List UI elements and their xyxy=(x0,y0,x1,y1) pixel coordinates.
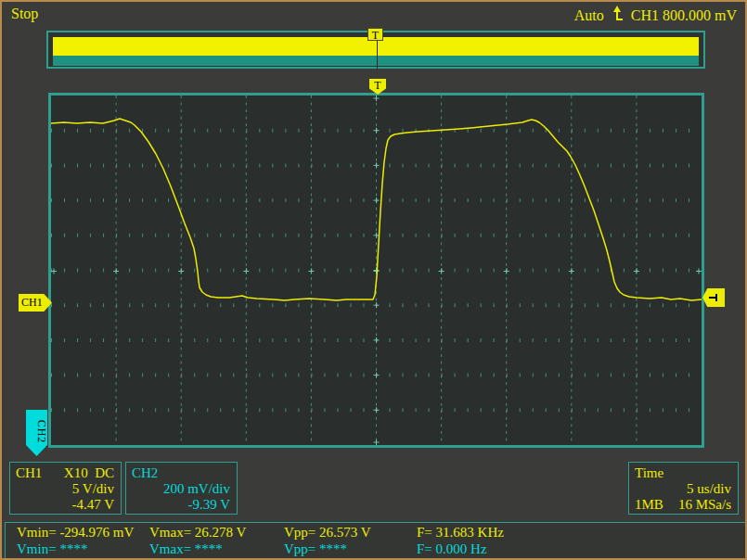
ch2-position-label: CH2 xyxy=(34,420,48,444)
trigger-level-icon xyxy=(707,292,720,303)
ch2-vmin: Vmin= **** xyxy=(17,541,134,557)
waveform-trace xyxy=(51,119,702,300)
trigger-source-level: CH1 800.000 mV xyxy=(631,7,737,24)
ch1-scale: 5 V/div xyxy=(72,481,114,497)
ch1-position-marker[interactable]: CH1 xyxy=(19,294,52,312)
ch2-panel-name: CH2 xyxy=(132,465,158,481)
ch1-panel-name: CH1 xyxy=(16,465,42,481)
trigger-mode: Auto xyxy=(574,7,604,24)
measure-freq-column: F= 31.683 KHz F= 0.000 Hz xyxy=(417,524,504,557)
measure-vmax-column: Vmax= 26.278 V Vmax= **** xyxy=(149,524,246,557)
ch1-vpp: Vpp= 26.573 V xyxy=(284,524,371,541)
ch1-probe-coupling: X10 DC xyxy=(64,465,114,481)
memory-depth: 1MB xyxy=(635,497,663,513)
measurements-bar: Vmin= -294.976 mV Vmin= **** Vmax= 26.27… xyxy=(5,522,746,559)
preview-trigger-handle[interactable]: T xyxy=(367,28,383,41)
time-scale: 5 us/div xyxy=(687,481,731,497)
ch1-vmax: Vmax= 26.278 V xyxy=(149,524,246,541)
status-bar: Stop Auto CH1 800.000 mV xyxy=(2,2,745,24)
trigger-status: Auto CH1 800.000 mV xyxy=(574,6,737,25)
ch2-vmax: Vmax= **** xyxy=(149,541,246,557)
waveform-display[interactable] xyxy=(48,93,704,448)
rising-edge-trigger-icon xyxy=(611,6,625,25)
ch2-settings-panel[interactable]: CH2 200 mV/div -9.39 V xyxy=(125,462,238,515)
acquisition-state: Stop xyxy=(11,6,38,22)
trigger-level-marker[interactable] xyxy=(702,288,725,307)
ch2-vpp: Vpp= **** xyxy=(284,541,371,557)
measure-vmin-column: Vmin= -294.976 mV Vmin= **** xyxy=(17,524,134,557)
timebase-panel[interactable]: Time 5 us/div 1MB 16 MSa/s xyxy=(628,462,739,515)
measure-vpp-column: Vpp= 26.573 V Vpp= **** xyxy=(284,524,371,557)
preview-trigger-line xyxy=(377,39,378,69)
ch2-offset: -9.39 V xyxy=(187,497,230,513)
preview-ch2-band xyxy=(53,56,699,66)
ch1-freq: F= 31.683 KHz xyxy=(417,524,504,541)
ch1-offset: -4.47 V xyxy=(71,497,114,513)
oscilloscope-screen: Stop Auto CH1 800.000 mV T T CH1 CH2 xyxy=(0,0,747,560)
ch2-position-marker[interactable]: CH2 xyxy=(26,410,47,456)
waveform-layer xyxy=(51,95,702,445)
ch1-settings-panel[interactable]: CH1 X10 DC 5 V/div -4.47 V xyxy=(9,462,122,515)
ch2-freq: F= 0.000 Hz xyxy=(417,541,504,557)
time-panel-name: Time xyxy=(635,465,663,481)
sample-rate: 16 MSa/s xyxy=(678,497,731,513)
ch2-scale: 200 mV/div xyxy=(163,481,230,497)
ch1-vmin: Vmin= -294.976 mV xyxy=(17,524,134,541)
